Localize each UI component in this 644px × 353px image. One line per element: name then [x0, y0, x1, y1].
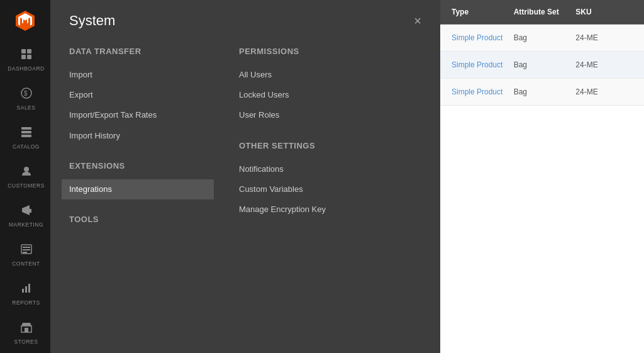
dropdown-header: System ×	[69, 13, 421, 29]
reports-icon	[21, 283, 32, 297]
dropdown-title: System	[69, 13, 115, 29]
other-settings-heading: Other Settings	[239, 141, 421, 150]
svg-rect-15	[22, 289, 24, 293]
menu-item-notifications[interactable]: Notifications	[239, 159, 421, 179]
sidebar-item-catalog[interactable]: CATALOG	[0, 119, 50, 158]
left-column: Data Transfer Import Export Import/Expor…	[69, 44, 214, 233]
data-transfer-heading: Data Transfer	[69, 47, 214, 56]
svg-rect-8	[21, 135, 31, 137]
svg-rect-10	[30, 209, 31, 213]
sales-icon: $	[21, 87, 32, 102]
catalog-icon	[21, 126, 32, 141]
svg-rect-18	[25, 328, 28, 332]
svg-rect-13	[23, 249, 30, 250]
system-dropdown-panel: System × Data Transfer Import Export Imp…	[50, 0, 440, 353]
products-table: Type Attribute Set SKU Simple Product Ba…	[440, 0, 644, 353]
sidebar-item-dashboard-label: DASHBOARD	[8, 65, 44, 72]
data-transfer-section: Data Transfer Import Export Import/Expor…	[69, 47, 214, 146]
sidebar-item-stores[interactable]: STORES	[0, 314, 50, 353]
sidebar-item-content-label: CONTENT	[12, 261, 40, 267]
svg-rect-14	[23, 252, 27, 253]
menu-item-export[interactable]: Export	[69, 85, 214, 105]
menu-item-user-roles[interactable]: User Roles	[239, 105, 421, 125]
sidebar: DASHBOARD $ SALES CATALOG CUSTOMERS MARK…	[0, 0, 50, 353]
menu-item-custom-variables[interactable]: Custom Variables	[239, 179, 421, 199]
stores-icon	[21, 322, 32, 336]
cell-attribute-set-2: Bag	[511, 87, 574, 96]
svg-rect-2	[21, 55, 26, 59]
magento-logo-icon	[14, 9, 36, 32]
sidebar-item-reports[interactable]: REPORTS	[0, 275, 50, 314]
permissions-section: Permissions All Users Locked Users User …	[239, 47, 421, 126]
menu-item-import-export-tax-rates[interactable]: Import/Export Tax Rates	[69, 105, 214, 125]
sidebar-item-marketing-label: MARKETING	[9, 221, 43, 228]
svg-point-9	[24, 167, 29, 172]
svg-rect-1	[27, 49, 31, 53]
sidebar-item-reports-label: REPORTS	[12, 300, 40, 306]
extensions-section: Extensions Integrations	[69, 161, 214, 199]
table-row[interactable]: Simple Product Bag 24-ME	[440, 25, 644, 52]
cell-sku-2: 24-ME	[573, 87, 635, 96]
cell-attribute-set-1: Bag	[511, 60, 574, 69]
cell-type-0: Simple Product	[449, 33, 511, 42]
svg-rect-3	[27, 55, 31, 59]
cell-sku-0: 24-ME	[573, 33, 635, 42]
sidebar-item-customers[interactable]: CUSTOMERS	[0, 158, 50, 197]
sidebar-item-catalog-label: CATALOG	[13, 143, 40, 150]
customers-icon	[21, 165, 32, 180]
svg-rect-0	[21, 49, 26, 53]
dashboard-icon	[21, 48, 32, 63]
tools-section: Tools	[69, 215, 214, 224]
menu-item-import-history[interactable]: Import History	[69, 126, 214, 146]
table-row[interactable]: Simple Product Bag 24-ME	[440, 79, 644, 106]
svg-rect-17	[28, 284, 30, 293]
sidebar-logo	[0, 0, 50, 41]
marketing-icon	[21, 205, 32, 219]
cell-type-1: Simple Product	[449, 60, 511, 69]
sidebar-item-stores-label: STORES	[14, 339, 38, 345]
permissions-heading: Permissions	[239, 47, 421, 56]
cell-type-2: Simple Product	[449, 87, 511, 96]
sidebar-item-marketing[interactable]: MARKETING	[0, 197, 50, 236]
right-column: Permissions All Users Locked Users User …	[239, 44, 421, 233]
svg-rect-6	[21, 127, 31, 130]
table-row[interactable]: Simple Product Bag 24-ME	[440, 52, 644, 79]
svg-rect-16	[25, 286, 27, 293]
svg-text:$: $	[24, 90, 28, 97]
menu-item-all-users[interactable]: All Users	[239, 65, 421, 85]
col-header-sku: SKU	[573, 8, 635, 16]
menu-item-locked-users[interactable]: Locked Users	[239, 85, 421, 105]
col-header-attribute-set: Attribute Set	[511, 8, 574, 16]
menu-item-manage-encryption-key[interactable]: Manage Encryption Key	[239, 199, 421, 220]
extensions-heading: Extensions	[69, 161, 214, 171]
menu-item-import[interactable]: Import	[69, 65, 214, 85]
sidebar-item-sales-label: SALES	[17, 104, 36, 111]
table-header: Type Attribute Set SKU	[440, 0, 644, 25]
cell-attribute-set-0: Bag	[511, 33, 574, 42]
close-button[interactable]: ×	[414, 14, 421, 27]
sidebar-item-dashboard[interactable]: DASHBOARD	[0, 41, 50, 80]
svg-rect-12	[23, 247, 30, 248]
cell-sku-1: 24-ME	[573, 60, 635, 69]
tools-heading: Tools	[69, 215, 214, 224]
content-icon	[21, 244, 32, 258]
sidebar-item-sales[interactable]: $ SALES	[0, 80, 50, 119]
main-content: System × Data Transfer Import Export Imp…	[50, 0, 644, 353]
menu-item-integrations[interactable]: Integrations	[62, 179, 214, 199]
col-header-type: Type	[449, 8, 511, 16]
svg-rect-7	[21, 131, 31, 133]
dropdown-content: Data Transfer Import Export Import/Expor…	[69, 44, 421, 233]
sidebar-item-content[interactable]: CONTENT	[0, 236, 50, 275]
other-settings-section: Other Settings Notifications Custom Vari…	[239, 141, 421, 220]
sidebar-item-customers-label: CUSTOMERS	[8, 182, 45, 189]
